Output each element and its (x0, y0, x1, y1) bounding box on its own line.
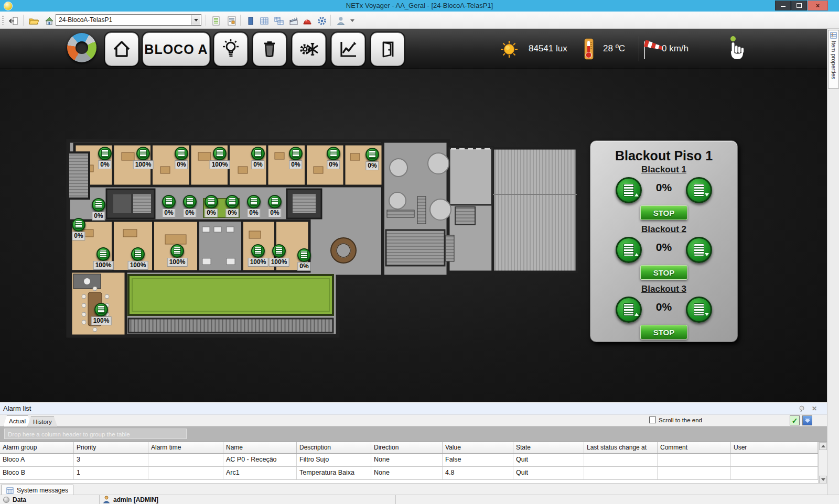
column-header[interactable]: Description (297, 442, 371, 453)
blind-sensor-icon[interactable] (289, 147, 303, 160)
blind-sensor-icon[interactable] (96, 247, 110, 261)
list-view-icon (211, 16, 221, 26)
blind-sensor-icon[interactable] (136, 147, 150, 160)
blind-down-button[interactable] (686, 237, 712, 263)
scheduler-button[interactable] (286, 14, 301, 28)
close-button[interactable]: × (808, 1, 828, 10)
blind-sensor-icon[interactable] (297, 248, 311, 262)
stop-button[interactable]: STOP (640, 205, 687, 220)
tab-history[interactable]: History (27, 417, 58, 427)
column-header[interactable]: Alarm time (148, 442, 223, 453)
blackout-group-name[interactable]: Blackout 3 (590, 284, 737, 294)
home-view-button[interactable] (42, 14, 57, 28)
nav-doors-button[interactable] (371, 32, 404, 66)
blackout-group-name[interactable]: Blackout 2 (590, 224, 737, 235)
column-header[interactable]: Name (223, 442, 297, 453)
sensor-value: 0% (297, 262, 310, 271)
door-panel-button[interactable] (243, 14, 258, 28)
blind-sensor-icon[interactable] (72, 218, 85, 232)
trend-chart-icon (338, 39, 359, 60)
stop-button[interactable]: STOP (640, 265, 687, 280)
back-button[interactable] (6, 14, 21, 28)
blind-sensor-icon[interactable] (175, 147, 188, 160)
alarm-list-title: Alarm list (3, 404, 31, 412)
column-header[interactable]: Direction (371, 442, 443, 453)
blind-sensor-icon[interactable] (251, 147, 265, 160)
user-icon (336, 16, 346, 26)
nav-blinds-button[interactable] (253, 32, 286, 66)
column-header[interactable]: Priority (74, 442, 148, 453)
touch-hand-icon[interactable] (727, 35, 746, 62)
table-scrollbar[interactable] (818, 442, 827, 484)
blind-sensor-icon[interactable] (213, 147, 227, 160)
blind-sensor-icon[interactable] (92, 198, 105, 212)
column-header[interactable]: User (731, 442, 818, 453)
blind-sensor-icon[interactable] (98, 147, 112, 160)
report-view-button[interactable] (224, 14, 239, 28)
table-view-button[interactable] (257, 14, 272, 28)
blind-down-button[interactable] (686, 177, 712, 203)
blackout-group-name[interactable]: Blackout 1 (590, 165, 737, 175)
scroll-to-end-checkbox[interactable]: Scroll to the end (649, 417, 702, 423)
column-header[interactable]: State (513, 442, 584, 453)
scroll-up-button[interactable] (819, 442, 827, 450)
status-user-cell: admin [ADMIN] (100, 495, 396, 504)
blind-sensor-icon[interactable] (94, 303, 108, 316)
minimize-button[interactable] (775, 1, 791, 10)
alarm-row[interactable]: Bloco A3AC P0 - ReceçãoFiltro SujoNoneFa… (0, 454, 818, 467)
panel-close-icon[interactable]: ✕ (810, 404, 819, 413)
blackout-panel-title: Blackout Piso 1 (590, 148, 737, 163)
group-by-area[interactable]: Drop here a column header to group the t… (0, 426, 827, 442)
pin-icon[interactable] (798, 404, 806, 413)
user-button[interactable] (334, 14, 348, 28)
alarm-button[interactable] (300, 14, 315, 28)
blind-sensor-icon[interactable] (247, 195, 261, 209)
brand-logo (67, 33, 96, 62)
blind-down-button[interactable] (686, 297, 712, 323)
toolbar-overflow-button[interactable] (348, 14, 357, 28)
blind-sensor-icon[interactable] (251, 244, 265, 258)
column-header[interactable]: Value (443, 442, 513, 453)
view-selector-combobox[interactable]: 24-BlocoA-TelasP1 (56, 14, 201, 26)
list-view-button[interactable] (209, 14, 223, 28)
blind-sensor-icon[interactable] (268, 195, 282, 209)
blind-sensor-icon[interactable] (170, 244, 184, 258)
blind-sensor-icon[interactable] (183, 195, 197, 209)
nav-hvac-button[interactable] (292, 32, 326, 66)
nav-lighting-button[interactable] (214, 32, 248, 66)
column-header[interactable]: Alarm group (0, 442, 74, 453)
blind-sensor-icon[interactable] (205, 195, 218, 209)
item-properties-label: Item properties (831, 41, 837, 79)
lux-value: 84541 lux (529, 43, 567, 54)
alarm-cell (658, 467, 731, 479)
blind-sensor-icon[interactable] (272, 244, 286, 258)
blind-sensor-icon[interactable] (131, 247, 145, 261)
blind-sensor-icon[interactable] (162, 195, 176, 209)
tab-actual[interactable]: Actual (3, 415, 31, 427)
settings-button[interactable] (315, 14, 329, 28)
blind-sensor-icon[interactable] (327, 147, 340, 160)
system-messages-tab[interactable]: System messages (1, 485, 73, 496)
combobox-dropdown-button[interactable] (191, 15, 200, 25)
nav-home-button[interactable] (105, 32, 138, 66)
column-header[interactable]: Comment (658, 442, 731, 453)
checkbox[interactable] (649, 417, 656, 423)
open-folder-button[interactable] (26, 14, 41, 28)
alarm-cell: Bloco B (0, 467, 74, 479)
nav-trends-button[interactable] (331, 32, 365, 66)
acknowledge-button[interactable]: ✓ (790, 415, 800, 425)
alarm-row[interactable]: Bloco B1Arc1Temperatura BaixaNone4.8Quit (0, 467, 818, 480)
multi-table-button[interactable] (272, 14, 286, 28)
collapse-panel-button[interactable] (802, 415, 812, 425)
nav-bloco-a-button[interactable]: BLOCO A (143, 32, 210, 66)
blind-sensor-icon[interactable] (225, 195, 239, 209)
blind-sensor-icon[interactable] (365, 148, 379, 161)
blackout-value: 0% (590, 301, 737, 313)
restore-button[interactable] (791, 1, 807, 10)
column-header[interactable]: Last status change at (584, 442, 658, 453)
alarm-list-titlebar: Alarm list ✕ (0, 403, 827, 414)
item-properties-tab[interactable]: Item properties (828, 30, 839, 89)
stop-button[interactable]: STOP (640, 325, 687, 339)
scroll-down-button[interactable] (819, 476, 827, 484)
toolbar-grip[interactable] (2, 16, 4, 25)
